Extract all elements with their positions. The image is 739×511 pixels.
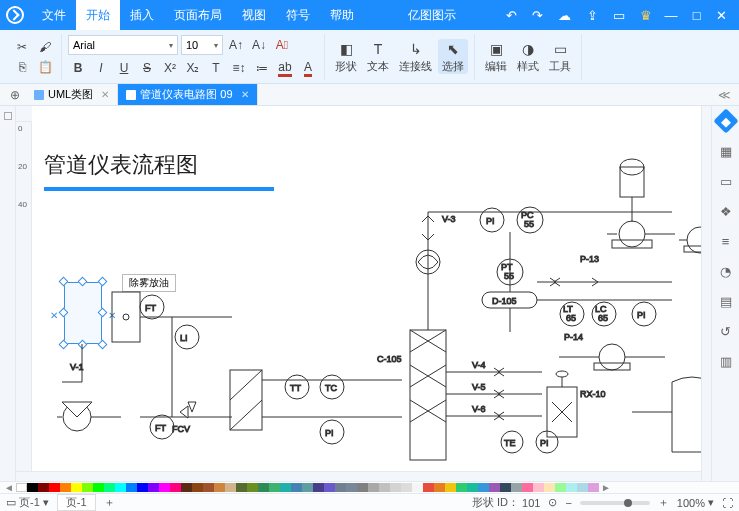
connector-button[interactable]: ↳连接线 <box>395 39 436 74</box>
swatch[interactable] <box>269 483 280 492</box>
palette-right-icon[interactable]: ► <box>599 482 613 493</box>
edit-button[interactable]: ▣编辑 <box>481 39 511 74</box>
theme-icon[interactable]: ◆ <box>713 108 738 133</box>
swatch[interactable] <box>181 483 192 492</box>
swatch[interactable] <box>588 483 599 492</box>
tab-scroll-icon[interactable]: ≪ <box>710 84 739 105</box>
swatch[interactable] <box>170 483 181 492</box>
swatch[interactable] <box>577 483 588 492</box>
swatch[interactable] <box>489 483 500 492</box>
swatch[interactable] <box>324 483 335 492</box>
swatch[interactable] <box>544 483 555 492</box>
strike-icon[interactable]: S <box>137 58 157 78</box>
swatch[interactable] <box>104 483 115 492</box>
swatch[interactable] <box>38 483 49 492</box>
swatch[interactable] <box>159 483 170 492</box>
line-height-icon[interactable]: ≡↕ <box>229 58 249 78</box>
swatch[interactable] <box>445 483 456 492</box>
select-button[interactable]: ⬉选择 <box>438 39 468 74</box>
swatch[interactable] <box>291 483 302 492</box>
swatch[interactable] <box>478 483 489 492</box>
swatch[interactable] <box>346 483 357 492</box>
swatch[interactable] <box>16 483 27 492</box>
cut-icon[interactable]: ✂ <box>12 37 32 57</box>
swatch[interactable] <box>423 483 434 492</box>
swatch[interactable] <box>390 483 401 492</box>
swatch[interactable] <box>401 483 412 492</box>
ruler-icon[interactable]: ≡ <box>717 232 735 250</box>
italic-icon[interactable]: I <box>91 58 111 78</box>
left-panel-strip[interactable] <box>0 106 16 481</box>
copy-icon[interactable]: ⎘ <box>12 57 32 77</box>
redo-icon[interactable]: ↷ <box>532 8 543 23</box>
page-nav[interactable]: ▭ 页-1 ▾ <box>6 495 49 510</box>
swatch[interactable] <box>335 483 346 492</box>
swatch[interactable] <box>60 483 71 492</box>
swatch[interactable] <box>379 483 390 492</box>
zoom-out-icon[interactable]: − <box>565 497 571 509</box>
close-tab-icon[interactable]: ✕ <box>241 89 249 100</box>
tab-pid[interactable]: 管道仪表电路图 09✕ <box>118 84 257 105</box>
bullets-icon[interactable]: ≔ <box>252 58 272 78</box>
swatch[interactable] <box>500 483 511 492</box>
swatch[interactable] <box>258 483 269 492</box>
palette-left-icon[interactable]: ◄ <box>2 482 16 493</box>
swatch[interactable] <box>434 483 445 492</box>
swatch[interactable] <box>247 483 258 492</box>
swatch[interactable] <box>126 483 137 492</box>
swatch[interactable] <box>93 483 104 492</box>
close-icon[interactable]: ✕ <box>716 8 727 23</box>
swatch[interactable] <box>236 483 247 492</box>
tool-button[interactable]: ▭工具 <box>545 39 575 74</box>
tab-uml[interactable]: UML类图✕ <box>26 84 118 105</box>
cloud-icon[interactable]: ☁ <box>558 8 571 23</box>
close-tab-icon[interactable]: ✕ <box>101 89 109 100</box>
swatch[interactable] <box>456 483 467 492</box>
swatch[interactable] <box>225 483 236 492</box>
canvas[interactable]: 管道仪表流程图 ✕ ✕ 除雾放油 V-1 <box>32 122 701 471</box>
vscrollbar[interactable] <box>701 106 711 481</box>
zoom-slider[interactable] <box>580 501 650 505</box>
clear-format-icon[interactable]: A⃠ <box>272 35 292 55</box>
menu-view[interactable]: 视图 <box>232 0 276 30</box>
maximize-icon[interactable]: □ <box>693 8 701 23</box>
superscript-icon[interactable]: X² <box>160 58 180 78</box>
swatch[interactable] <box>203 483 214 492</box>
swatch[interactable] <box>313 483 324 492</box>
swatch[interactable] <box>511 483 522 492</box>
swatch[interactable] <box>214 483 225 492</box>
table-icon[interactable]: ▤ <box>717 292 735 310</box>
bold-icon[interactable]: B <box>68 58 88 78</box>
menu-insert[interactable]: 插入 <box>120 0 164 30</box>
uppercase-icon[interactable]: T <box>206 58 226 78</box>
shape-button[interactable]: ◧形状 <box>331 39 361 74</box>
swatch[interactable] <box>467 483 478 492</box>
menu-help[interactable]: 帮助 <box>320 0 364 30</box>
swatch[interactable] <box>302 483 313 492</box>
swatch[interactable] <box>82 483 93 492</box>
minimize-icon[interactable]: — <box>664 8 677 23</box>
swatch[interactable] <box>148 483 159 492</box>
menu-start[interactable]: 开始 <box>76 0 120 30</box>
menu-file[interactable]: 文件 <box>32 0 76 30</box>
swatch[interactable] <box>533 483 544 492</box>
paste-icon[interactable]: 📋 <box>35 57 55 77</box>
swatch[interactable] <box>555 483 566 492</box>
undo-icon[interactable]: ↶ <box>506 8 517 23</box>
swatch[interactable] <box>357 483 368 492</box>
chart-icon[interactable]: ◔ <box>717 262 735 280</box>
swatch[interactable] <box>115 483 126 492</box>
text-button[interactable]: T文本 <box>363 39 393 74</box>
menu-pagelayout[interactable]: 页面布局 <box>164 0 232 30</box>
swatch[interactable] <box>49 483 60 492</box>
increase-font-icon[interactable]: A↑ <box>226 35 246 55</box>
format-painter-icon[interactable]: 🖌 <box>35 37 55 57</box>
font-family-select[interactable]: Arial▾ <box>68 35 178 55</box>
swatch[interactable] <box>71 483 82 492</box>
swatch[interactable] <box>280 483 291 492</box>
image-icon[interactable]: ▭ <box>717 172 735 190</box>
menu-symbol[interactable]: 符号 <box>276 0 320 30</box>
swatch[interactable] <box>522 483 533 492</box>
user-icon[interactable]: ▭ <box>613 8 625 23</box>
zoom-in-icon[interactable]: ＋ <box>658 495 669 510</box>
